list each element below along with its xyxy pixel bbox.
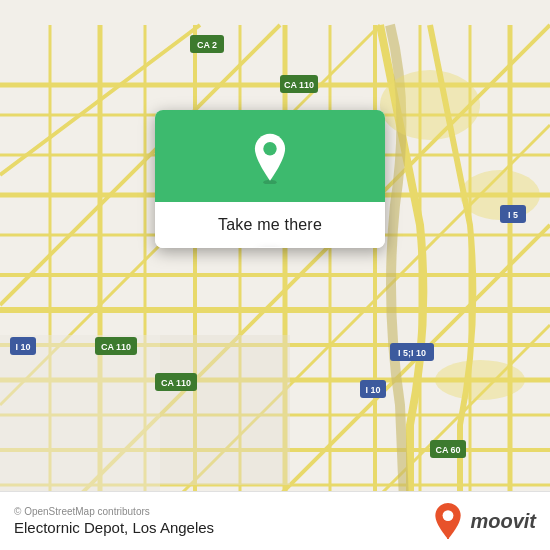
svg-point-31 xyxy=(380,70,480,140)
location-text: Electornic Depot, Los Angeles xyxy=(14,519,214,536)
map-background: CA 2 CA 110 US 101 I 5 I 10 I 5;I 10 I 1… xyxy=(0,0,550,550)
take-me-there-button[interactable]: Take me there xyxy=(155,202,385,248)
svg-text:CA 2: CA 2 xyxy=(197,40,217,50)
map-container: CA 2 CA 110 US 101 I 5 I 10 I 5;I 10 I 1… xyxy=(0,0,550,550)
svg-text:CA 60: CA 60 xyxy=(435,445,460,455)
svg-text:I 10: I 10 xyxy=(15,342,30,352)
moovit-wordmark: moovit xyxy=(470,510,536,533)
svg-text:CA 110: CA 110 xyxy=(284,80,314,90)
moovit-pin-icon xyxy=(432,502,464,540)
location-pin-icon xyxy=(244,132,296,184)
footer-bar: © OpenStreetMap contributors Electornic … xyxy=(0,491,550,550)
svg-text:CA 110: CA 110 xyxy=(161,378,191,388)
svg-text:I 5: I 5 xyxy=(508,210,518,220)
svg-text:CA 110: CA 110 xyxy=(101,342,131,352)
svg-rect-35 xyxy=(160,335,290,485)
svg-text:I 5;I 10: I 5;I 10 xyxy=(398,348,426,358)
attribution-text: © OpenStreetMap contributors xyxy=(14,506,214,517)
svg-point-33 xyxy=(435,360,525,400)
moovit-logo[interactable]: moovit xyxy=(432,502,536,540)
popup-card: Take me there xyxy=(155,110,385,248)
svg-rect-34 xyxy=(0,335,160,515)
popup-header xyxy=(155,110,385,202)
svg-point-58 xyxy=(263,142,276,155)
svg-point-59 xyxy=(443,510,454,521)
footer-left: © OpenStreetMap contributors Electornic … xyxy=(14,506,214,536)
svg-text:I 10: I 10 xyxy=(365,385,380,395)
